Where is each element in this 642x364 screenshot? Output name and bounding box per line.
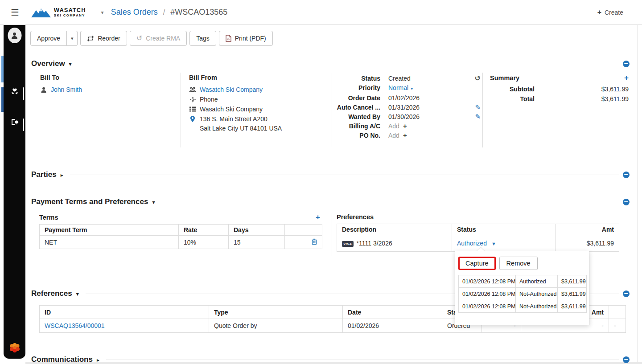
terms-panel: Terms + Payment Term Rate Days NET 10% 1…: [39, 213, 322, 249]
txn-amt: $3,611.99: [558, 288, 587, 300]
approve-dropdown-button[interactable]: ▾: [67, 31, 78, 46]
terms-term-cell: NET: [40, 236, 179, 249]
priority-dropdown[interactable]: Normal: [388, 84, 408, 91]
create-rma-button[interactable]: ↺ Create RMA: [130, 31, 187, 46]
sidebar: [4, 25, 25, 359]
total-value: $3,611.99: [535, 94, 629, 103]
scrollbar-track[interactable]: [638, 25, 638, 362]
edit-pencil-icon[interactable]: ✎: [475, 103, 481, 111]
divider: [161, 202, 619, 202]
bill-from-company-link[interactable]: Wasatch Ski Company: [200, 85, 263, 94]
breadcrumb: Sales Orders / #WSCAO13565: [111, 8, 228, 17]
subtotal-label: Subtotal: [490, 85, 535, 94]
breadcrumb-order-id: #WSCAO13565: [170, 8, 227, 17]
summary-add-icon[interactable]: +: [624, 74, 629, 82]
sidebar-active-indicator: [23, 119, 24, 131]
add-plus-icon[interactable]: +: [403, 131, 407, 139]
billing-ac-add[interactable]: Add: [388, 123, 399, 130]
terms-header-rate: Rate: [179, 225, 229, 236]
print-pdf-button[interactable]: Print (PDF): [219, 31, 273, 46]
sidebar-strip-dark: [1, 87, 4, 112]
remove-button[interactable]: Remove: [499, 257, 538, 270]
hamburger-menu-icon[interactable]: ☰: [11, 8, 19, 17]
prefs-description-cell: VISA*1111 3/2026: [337, 235, 452, 252]
overview-section-header: Overview ▾ −: [31, 59, 630, 68]
txn-amt: $3,611.99: [558, 275, 587, 288]
overview-minus-circle-icon[interactable]: −: [623, 61, 630, 67]
app-switcher-caret-icon[interactable]: ▾: [101, 9, 104, 16]
chevron-down-icon: ▾: [411, 86, 413, 91]
wanted-by-label: Wanted By: [332, 112, 380, 121]
authorized-status-dropdown[interactable]: Authorized▼: [457, 240, 496, 247]
references-collapse-caret-icon[interactable]: ▾: [76, 291, 79, 297]
bill-to-customer-link[interactable]: John Smith: [51, 85, 82, 94]
chevron-down-icon: ▼: [491, 241, 496, 246]
po-no-label: PO No.: [332, 131, 380, 140]
references-minus-circle-icon[interactable]: −: [623, 290, 630, 297]
parties-expand-caret-icon[interactable]: ▸: [61, 172, 63, 178]
terms-title: Terms: [39, 214, 58, 221]
payment-collapse-caret-icon[interactable]: ▾: [152, 199, 155, 205]
history-icon[interactable]: ↺: [475, 74, 481, 82]
user-avatar[interactable]: [8, 28, 21, 43]
terms-add-icon[interactable]: +: [316, 213, 320, 221]
organization-icon: [189, 106, 196, 112]
tags-button[interactable]: Tags: [189, 31, 216, 46]
bill-from-address-line2: Salt Lake City UT 84101 USA: [200, 124, 332, 133]
communications-title[interactable]: Communications: [31, 355, 93, 364]
payment-history-row: 01/02/2026 12:08 PM Not-Authorized $3,61…: [459, 300, 587, 313]
pdf-file-icon: [226, 35, 231, 42]
add-plus-icon[interactable]: +: [403, 122, 407, 130]
person-icon: [11, 32, 18, 39]
auto-cancel-value: 01/31/2026: [380, 103, 469, 112]
prefs-amt-cell: $3,611.99: [556, 235, 619, 252]
mountain-logo-icon: [31, 7, 51, 18]
txn-datetime: 01/02/2026 12:08 PM: [459, 275, 516, 288]
status-label: Status: [332, 74, 380, 83]
breadcrumb-sales-orders-link[interactable]: Sales Orders: [111, 8, 158, 17]
payment-section-header: Payment Terms and Preferences ▾ −: [31, 197, 630, 206]
summary-panel: Summary + Subtotal $3,611.99 Total $3,61…: [483, 73, 629, 148]
communications-minus-circle-icon[interactable]: −: [623, 356, 630, 363]
divider: [332, 213, 332, 256]
capture-button[interactable]: Capture: [458, 257, 496, 270]
overview-body: Bill To John Smith Bill From Wasatch Ski…: [40, 73, 629, 148]
communications-expand-caret-icon[interactable]: ▸: [97, 357, 99, 363]
sidebar-active-indicator: [23, 87, 24, 100]
overview-collapse-caret-icon[interactable]: ▾: [69, 61, 72, 67]
company-logo[interactable]: WASATCH SKI COMPANY: [31, 7, 86, 18]
overview-title[interactable]: Overview: [31, 59, 65, 68]
create-button[interactable]: + Create: [597, 8, 623, 16]
moqui-flower-logo-icon[interactable]: [8, 341, 21, 356]
refs-date-cell: 01/02/2026: [343, 319, 442, 333]
authorized-status-label: Authorized: [457, 240, 487, 247]
payment-title[interactable]: Payment Terms and Preferences: [31, 197, 148, 206]
undo-icon: ↺: [136, 35, 142, 42]
create-rma-label: Create RMA: [146, 35, 180, 42]
txn-status: Not-Authorized: [516, 300, 558, 313]
parties-section-header: Parties ▸ −: [31, 170, 630, 179]
payment-history-row: 01/02/2026 12:08 PM Authorized $3,611.99: [459, 275, 587, 288]
preferences-title: Preferences: [337, 213, 374, 221]
refs-header-c7: [609, 306, 626, 319]
approve-button[interactable]: Approve: [30, 31, 67, 46]
trash-icon[interactable]: [312, 238, 317, 245]
terms-table: Payment Term Rate Days NET 10% 15: [39, 224, 322, 249]
payment-minus-circle-icon[interactable]: −: [623, 199, 630, 205]
parties-minus-circle-icon[interactable]: −: [623, 172, 630, 178]
references-title[interactable]: References: [31, 289, 72, 298]
print-pdf-label: Print (PDF): [235, 35, 266, 42]
txn-amt: $3,611.99: [558, 300, 587, 313]
sidebar-item-fulfillment[interactable]: [10, 87, 19, 97]
reference-order-link[interactable]: WSCAQ13564/00001: [45, 322, 105, 329]
users-icon: [189, 87, 196, 92]
order-date-value: 01/02/2026: [380, 94, 469, 102]
reorder-button[interactable]: Reorder: [80, 31, 127, 46]
sidebar-item-sign-out[interactable]: [11, 119, 19, 127]
edit-pencil-icon[interactable]: ✎: [475, 113, 481, 121]
po-no-add[interactable]: Add: [388, 132, 399, 139]
bill-to-panel: Bill To John Smith: [40, 73, 181, 148]
status-value: Created: [380, 74, 469, 83]
parties-title[interactable]: Parties: [31, 170, 57, 179]
map-marker-icon: [189, 116, 196, 122]
